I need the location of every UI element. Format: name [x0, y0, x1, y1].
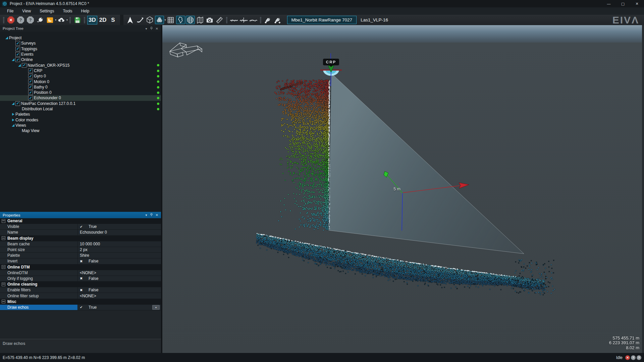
view-2d-button[interactable]: 2D [98, 16, 108, 24]
tree-item-crp[interactable]: ✓CRP [0, 68, 161, 73]
tree-item-toppings[interactable]: ✓Toppings [0, 46, 161, 52]
plug-button[interactable] [36, 16, 45, 24]
globe-button[interactable] [186, 16, 195, 24]
property-value[interactable]: <NONE> [78, 270, 161, 276]
tree-item-position-0[interactable]: ✓Position 0 [0, 90, 161, 95]
tree-item-online[interactable]: ✓Online [0, 57, 161, 62]
collapse-box-icon[interactable] [2, 283, 5, 286]
property-row-online-filter-setup[interactable]: Online filter setup<NONE> [0, 293, 161, 299]
ruler-button[interactable] [215, 16, 224, 24]
property-category-beam-display[interactable]: Beam display [0, 236, 161, 241]
expander-open-icon[interactable] [17, 63, 22, 68]
display-mode-button[interactable] [155, 16, 164, 24]
property-value[interactable]: Shire [78, 253, 161, 258]
menu-help[interactable]: Help [77, 7, 94, 15]
property-category-misc[interactable]: Misc [0, 299, 161, 305]
tree-item-surveys[interactable]: ✓Surveys [0, 41, 161, 46]
property-row-invert[interactable]: Invert✖False [0, 258, 161, 264]
property-row-only-if-logging[interactable]: Only if logging✖False [0, 276, 161, 282]
expander-open-icon[interactable] [4, 36, 9, 40]
property-value[interactable]: 2 px [78, 247, 161, 252]
close-icon[interactable]: ✕ [156, 213, 158, 217]
tree-item-views[interactable]: Views [0, 123, 161, 128]
property-row-palette[interactable]: PaletteShire [0, 253, 161, 258]
layout-button[interactable] [45, 16, 54, 24]
follow-button[interactable] [136, 16, 145, 24]
tree-item-palettes[interactable]: Palettes [0, 112, 161, 117]
tree-item-echosounder-0[interactable]: ✓Echosounder 0 [0, 95, 161, 101]
chevron-down-icon[interactable]: ▾ [165, 18, 166, 21]
tree-item-bathy-0[interactable]: ✓Bathy 0 [0, 84, 161, 90]
checkbox-checked[interactable]: ✓ [28, 79, 33, 84]
sensor-tab-mbe1[interactable]: Mbe1_Norbit RawRange 7027 [287, 16, 357, 24]
help-status-icon[interactable]: ? [637, 355, 641, 360]
menu-settings[interactable]: Settings [35, 7, 58, 15]
property-category-general[interactable]: General [0, 218, 161, 224]
dropdown-button[interactable]: ▼ [152, 305, 160, 310]
checkbox-checked[interactable]: ✓ [15, 52, 20, 57]
property-value[interactable]: 10 000 000 [78, 241, 161, 247]
menu-view[interactable]: View [18, 7, 35, 15]
camera-button[interactable] [205, 16, 214, 24]
pin-icon[interactable] [150, 213, 153, 217]
expander-open-icon[interactable] [11, 101, 15, 106]
checkbox-checked[interactable]: ✓ [28, 96, 33, 100]
tree-item-navipac-connection-127-0-0-1[interactable]: ✓NaviPac Connection 127.0.0.1 [0, 101, 161, 106]
minimize-button[interactable]: — [602, 0, 616, 7]
property-value[interactable]: ✖False [78, 276, 161, 281]
checkbox-checked[interactable]: ✓ [15, 47, 20, 51]
expander-closed-icon[interactable] [11, 118, 15, 122]
checkbox-checked[interactable]: ✓ [28, 74, 33, 78]
property-value[interactable]: <NONE> [78, 293, 161, 298]
tree-item-distribution-local[interactable]: Distribution Local [0, 106, 161, 112]
tree-item-color-modes[interactable]: Color modes [0, 117, 161, 122]
chevron-down-icon[interactable]: ▾ [55, 18, 56, 21]
property-row-name[interactable]: NameEchosounder 0 [0, 230, 161, 235]
map-button[interactable] [196, 16, 205, 24]
checkbox-checked[interactable]: ✓ [22, 63, 26, 68]
tree-item-naviscan-okr-xps15[interactable]: ✓NaviScan_OKR-XPS15 [0, 62, 161, 68]
error-status-icon[interactable]: ✕ [625, 355, 630, 360]
property-category-online-dtm[interactable]: Online DTM [0, 264, 161, 270]
property-value[interactable]: ✔True▼ [78, 305, 161, 310]
tree-item-motion-0[interactable]: ✓Motion 0 [0, 79, 161, 84]
toolbar-grip[interactable] [69, 17, 71, 23]
toolbar-grip[interactable] [3, 17, 4, 23]
expander-open-icon[interactable] [11, 123, 15, 128]
property-category-online-cleaning[interactable]: Online cleaning [0, 282, 161, 287]
tree-item-map-view[interactable]: Map View [0, 128, 161, 133]
menu-tools[interactable]: Tools [59, 7, 77, 15]
checkbox-checked[interactable]: ✓ [15, 57, 20, 62]
wireframe-cube-button[interactable] [145, 16, 154, 24]
view-3d-button[interactable]: 3D [87, 16, 97, 24]
expander-closed-icon[interactable] [11, 112, 15, 117]
property-row-enable-filters[interactable]: Enable filters✖False [0, 287, 161, 293]
grid-button[interactable] [166, 16, 175, 24]
checkbox-checked[interactable]: ✓ [28, 85, 33, 89]
sensor-button[interactable] [263, 16, 272, 24]
collapse-box-icon[interactable] [2, 265, 5, 269]
echogram1-button[interactable] [229, 16, 238, 24]
toolbar-grip[interactable] [84, 17, 85, 23]
property-value[interactable]: ✔True [78, 224, 161, 229]
property-row-draw-echos[interactable]: Draw echos✔True▼ [0, 305, 161, 310]
landmask-button[interactable] [176, 16, 185, 24]
collapse-box-icon[interactable] [2, 300, 5, 303]
3d-viewport[interactable]: CRP 5 m 575 455.71 m 6 223 391.07 m 8.02… [162, 25, 644, 353]
property-value[interactable]: ✖False [78, 287, 161, 293]
checkbox-checked[interactable]: ✓ [28, 90, 33, 95]
tree-item-project[interactable]: Project [0, 35, 161, 41]
property-row-beam-cache[interactable]: Beam cache10 000 000 [0, 241, 161, 247]
help-button[interactable]: ? [16, 16, 25, 24]
toolbar-grip[interactable] [226, 17, 227, 23]
property-value[interactable]: ✖False [78, 258, 161, 264]
property-row-onlinedtm[interactable]: OnlineDTM<NONE> [0, 270, 161, 276]
chevron-down-icon[interactable]: ▾ [66, 18, 68, 21]
property-row-visible[interactable]: Visible✔True [0, 224, 161, 230]
save-button[interactable] [73, 16, 82, 24]
checkbox-checked[interactable]: ✓ [28, 68, 33, 73]
sensor-tab-las1[interactable]: Las1_VLP-16 [357, 17, 392, 22]
chevron-down-icon[interactable]: ▾ [146, 213, 147, 217]
pin-icon[interactable] [150, 26, 153, 31]
property-row-point-size[interactable]: Point size2 px [0, 247, 161, 253]
